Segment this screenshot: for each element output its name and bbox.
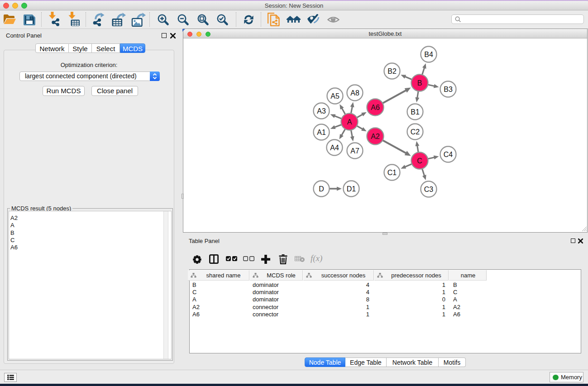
svg-text:B1: B1: [411, 108, 420, 116]
svg-text:A4: A4: [330, 144, 339, 152]
svg-text:C3: C3: [424, 186, 434, 193]
svg-text:C2: C2: [411, 128, 420, 136]
svg-text:A: A: [347, 118, 352, 126]
svg-text:C1: C1: [387, 169, 397, 176]
svg-text:A3: A3: [317, 107, 326, 115]
svg-text:A5: A5: [330, 92, 339, 100]
svg-text:C4: C4: [444, 151, 453, 158]
svg-text:A7: A7: [350, 147, 359, 155]
svg-text:C: C: [417, 157, 422, 165]
svg-text:D: D: [319, 185, 324, 193]
svg-text:B: B: [417, 79, 422, 87]
svg-text:B4: B4: [424, 51, 433, 58]
svg-text:D1: D1: [347, 185, 356, 193]
svg-text:A2: A2: [371, 133, 380, 140]
svg-text:A1: A1: [317, 129, 326, 136]
svg-text:B3: B3: [444, 86, 453, 93]
svg-text:A6: A6: [371, 104, 380, 111]
svg-text:B2: B2: [387, 67, 397, 75]
svg-text:A8: A8: [350, 89, 359, 97]
